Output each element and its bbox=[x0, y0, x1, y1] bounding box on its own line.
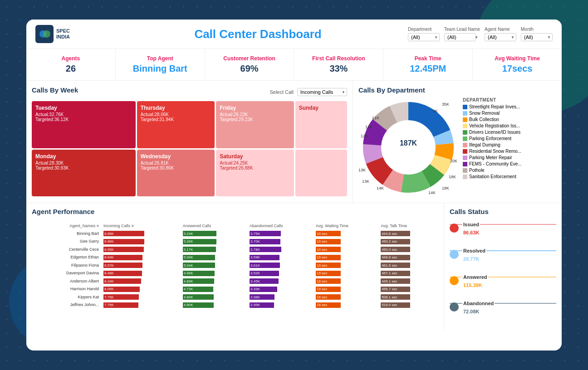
filters-area: Department (All) Team Lead Name (All) Ag… bbox=[408, 27, 553, 41]
week-cell-empty bbox=[295, 150, 347, 197]
week-cell-tuesday: Tuesday Actual:32.76K Targeted:36.12K bbox=[32, 101, 136, 148]
agent-table-wrapper[interactable]: Agent_Names ≡ Incoming Calls ≡ Answered … bbox=[32, 222, 438, 309]
calls-by-week-section: Calls By Week Select Call Incoming Calls… bbox=[26, 81, 353, 203]
table-row: Anderson Albert 8.34K 4.89K 3.45K 18 sec bbox=[33, 278, 437, 285]
col-abandoned: Abandonned Calls bbox=[248, 223, 313, 229]
calls-status-section: Calls Status Issued 86.63K Resolved 28.7… bbox=[444, 203, 562, 330]
donut-chart: 187K 35K 9K 11K 11K 12K 13K 13K 14K 14K … bbox=[358, 97, 458, 197]
col-avg-talk: Avg. Talk Time bbox=[379, 223, 437, 229]
week-grid: Tuesday Actual:32.76K Targeted:36.12K Th… bbox=[32, 101, 347, 196]
status-row-item: Abandonned 72.08K bbox=[450, 299, 556, 315]
week-cell-saturday: Saturday Actual:24.25K Targeted:26.88K bbox=[216, 150, 294, 197]
col-avg-wait: Avg. Waiting Time bbox=[314, 223, 378, 229]
dept-item-sanitation: Sanitation Enforcement bbox=[463, 174, 522, 179]
agent-table: Agent_Names ≡ Incoming Calls ≡ Answered … bbox=[32, 222, 438, 309]
status-items: Issued 86.63K Resolved 28.77K Answered 1… bbox=[450, 220, 556, 315]
agent-performance-section: Agent Performance Agent_Names ≡ Incoming… bbox=[26, 203, 444, 330]
dept-legend: DEPARTMENT Streetlight Repair Inves... S… bbox=[463, 97, 522, 197]
table-row: Centerville Cece 8.95K 5.17K 3.78K 19 se… bbox=[33, 246, 437, 253]
dept-item-residential-snow: Residential Snow Remo... bbox=[463, 149, 522, 154]
table-row: Davenport Davina 8.48K 4.96K 3.52K 19 se… bbox=[33, 270, 437, 277]
header: SPEC INDIA Call Center Dashboard Departm… bbox=[26, 19, 562, 49]
kpi-customer-retention: Customer Retention 69% bbox=[205, 49, 294, 80]
dept-item-snow-removal: Snow Removal bbox=[463, 111, 522, 116]
table-row: Binning Bart 8.99K 5.24K 3.75K 19 sec bbox=[33, 230, 437, 237]
dept-item-drivers-license: Drivers License/ID Issues bbox=[463, 130, 522, 135]
donut-svg: 187K bbox=[358, 97, 458, 197]
svg-text:187K: 187K bbox=[400, 139, 417, 147]
kpi-avg-waiting: Avg Waiting Time 17secs bbox=[473, 49, 562, 80]
kpi-row: Agents 26 Top Agent Binning Bart Custome… bbox=[26, 49, 562, 81]
dashboard-container: SPEC INDIA Call Center Dashboard Departm… bbox=[26, 19, 562, 351]
table-row: Filipasno Fiona 8.57K 5.04K 3.61K 19 sec bbox=[33, 262, 437, 269]
kpi-agents: Agents 26 bbox=[26, 49, 116, 80]
table-row: Gee Garry 8.96K 5.26K 3.70K 19 sec bbox=[33, 238, 437, 245]
dept-item-vehicle-reg: Vehicle Registration Iss... bbox=[463, 123, 522, 128]
select-call-area: Select Call Incoming Calls bbox=[270, 88, 347, 96]
dept-item-streetlight: Streetlight Repair Inves... bbox=[463, 104, 522, 109]
logo-icon bbox=[35, 25, 54, 43]
svg-point-1 bbox=[43, 30, 50, 38]
dept-item-pothole: Pothole bbox=[463, 168, 522, 173]
filter-month: Month (All) bbox=[521, 27, 553, 41]
team-lead-select[interactable]: (All) bbox=[444, 33, 476, 41]
select-call-dropdown[interactable]: Incoming Calls bbox=[297, 88, 347, 96]
status-row-item: Issued 86.63K bbox=[450, 220, 556, 236]
dept-item-bulk-collection: Bulk Collection bbox=[463, 117, 522, 122]
month-select[interactable]: (All) bbox=[521, 33, 553, 41]
bottom-area: Agent Performance Agent_Names ≡ Incoming… bbox=[26, 203, 562, 330]
col-incoming: Incoming Calls ≡ bbox=[102, 223, 180, 229]
week-cell-friday: Friday Actual:26.23K Targeted:29.23K bbox=[216, 101, 294, 148]
status-dot bbox=[450, 276, 459, 285]
col-answered: Answered Calls bbox=[181, 223, 247, 229]
kpi-top-agent: Top Agent Binning Bart bbox=[116, 49, 205, 80]
week-cell-wednesday: Wednesday Actual:26.81K Targeted:30.86K bbox=[137, 150, 215, 197]
logo-area: SPEC INDIA bbox=[35, 25, 108, 43]
status-dot bbox=[450, 250, 459, 259]
week-cell-thursday: Thursday Actual:28.06K Targeted:31.94K bbox=[137, 101, 215, 148]
title-area: Call Center Dashboard bbox=[108, 27, 408, 41]
status-dot bbox=[450, 224, 459, 233]
table-row: Harrison Harold 8.05K 4.73K 3.33K 19 sec bbox=[33, 286, 437, 293]
logo-text: SPEC INDIA bbox=[56, 28, 70, 40]
middle-content: Calls By Week Select Call Incoming Calls… bbox=[26, 81, 562, 203]
dept-chart-area: 187K 35K 9K 11K 11K 12K 13K 13K 14K 14K … bbox=[358, 97, 556, 197]
col-agent-names: Agent_Names ≡ bbox=[33, 223, 101, 229]
agent-perf-title: Agent Performance bbox=[32, 208, 94, 215]
calls-by-dept-title: Calls By Department bbox=[358, 86, 556, 94]
department-select[interactable]: (All) bbox=[408, 33, 440, 41]
kpi-first-call-resolution: First Call Resolution 33% bbox=[294, 49, 383, 80]
kpi-peak-time: Peak Time 12.45PM bbox=[383, 49, 473, 80]
dept-item-parking-enforcement: Parking Enforcement bbox=[463, 136, 522, 141]
status-dot bbox=[450, 302, 459, 312]
agent-name-select[interactable]: (All) bbox=[485, 33, 516, 41]
status-row-item: Answered 115.39K bbox=[450, 273, 556, 289]
calls-status-title: Calls Status bbox=[450, 208, 556, 215]
calls-by-week-title: Calls By Week bbox=[32, 86, 78, 94]
filter-department: Department (All) bbox=[408, 27, 440, 41]
main-title: Call Center Dashboard bbox=[108, 27, 408, 41]
dept-item-fems: FEMS - Community Eve... bbox=[463, 161, 522, 166]
week-cell-sunday: Sunday bbox=[295, 101, 347, 148]
filter-agent-name: Agent Name (All) bbox=[485, 27, 516, 41]
table-row: Jeffries Johnn... 7.75K 4.80K 2.95K 18 s… bbox=[33, 302, 437, 309]
week-cell-monday: Monday Actual:28.30K Targeted:30.93K bbox=[32, 150, 136, 197]
status-row-item: Resolved 28.77K bbox=[450, 246, 556, 263]
filter-team-lead: Team Lead Name (All) bbox=[444, 27, 480, 41]
table-row: Edgerton Ethan 8.64K 5.06K 3.59K 19 sec bbox=[33, 254, 437, 261]
table-row: Kippers Kat 7.79K 4.80K 2.98K 18 sec bbox=[33, 293, 437, 301]
dept-item-parking-meter: Parking Meter Repair bbox=[463, 155, 522, 160]
dept-item-illegal-dumping: Illegal Dumping bbox=[463, 142, 522, 147]
svg-point-15 bbox=[382, 121, 435, 174]
calls-by-week-header: Calls By Week Select Call Incoming Calls bbox=[32, 86, 347, 97]
calls-by-dept-section: Calls By Department bbox=[353, 81, 562, 203]
